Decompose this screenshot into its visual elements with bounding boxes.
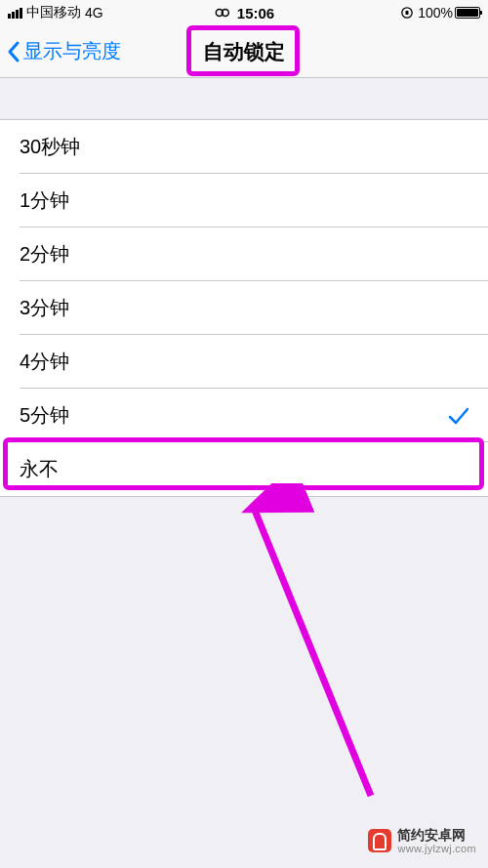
annotation-arrow xyxy=(224,483,400,819)
option-label: 1分钟 xyxy=(20,187,69,214)
option-row[interactable]: 1分钟 xyxy=(0,174,488,227)
svg-line-5 xyxy=(254,508,371,796)
carrier-label: 中国移动 xyxy=(26,4,81,21)
status-left: 中国移动 4G xyxy=(8,4,103,21)
back-label: 显示与亮度 xyxy=(23,38,121,64)
hotspot-icon xyxy=(214,7,231,19)
watermark: 简约安卓网 www.jylzwj.com xyxy=(368,828,476,854)
page-title: 自动锁定 xyxy=(203,38,285,65)
option-label: 5分钟 xyxy=(20,402,69,429)
watermark-logo-icon xyxy=(368,829,391,852)
nav-bar: 显示与亮度 自动锁定 xyxy=(0,25,488,78)
option-label: 30秒钟 xyxy=(20,134,80,160)
clock-label: 15:06 xyxy=(237,5,274,21)
network-type-label: 4G xyxy=(85,5,103,21)
watermark-line2: www.jylzwj.com xyxy=(397,843,476,854)
battery-percent-label: 100% xyxy=(418,5,453,21)
option-label: 4分钟 xyxy=(20,349,69,375)
battery-indicator: 100% xyxy=(418,5,480,21)
option-row[interactable]: 30秒钟 xyxy=(0,120,488,174)
status-right: 100% xyxy=(400,5,480,21)
back-button[interactable]: 显示与亮度 xyxy=(0,38,121,64)
status-bar: 中国移动 4G 15:06 100% xyxy=(0,0,488,25)
option-row[interactable]: 2分钟 xyxy=(0,227,488,281)
option-label: 永不 xyxy=(20,456,59,482)
option-row[interactable]: 永不 xyxy=(0,442,488,496)
svg-rect-3 xyxy=(406,11,409,15)
option-row[interactable]: 5分钟 xyxy=(0,389,488,442)
checkmark-icon xyxy=(447,406,470,426)
signal-bars-icon xyxy=(8,8,22,19)
option-row[interactable]: 3分钟 xyxy=(0,281,488,335)
status-center: 15:06 xyxy=(214,5,274,21)
watermark-line1: 简约安卓网 xyxy=(397,828,476,843)
options-list: 30秒钟1分钟2分钟3分钟4分钟5分钟永不 xyxy=(0,119,488,497)
option-row[interactable]: 4分钟 xyxy=(0,335,488,389)
option-label: 3分钟 xyxy=(20,295,69,321)
orientation-lock-icon xyxy=(400,6,414,20)
chevron-left-icon xyxy=(6,40,21,63)
option-label: 2分钟 xyxy=(20,241,69,268)
battery-icon xyxy=(455,7,480,19)
